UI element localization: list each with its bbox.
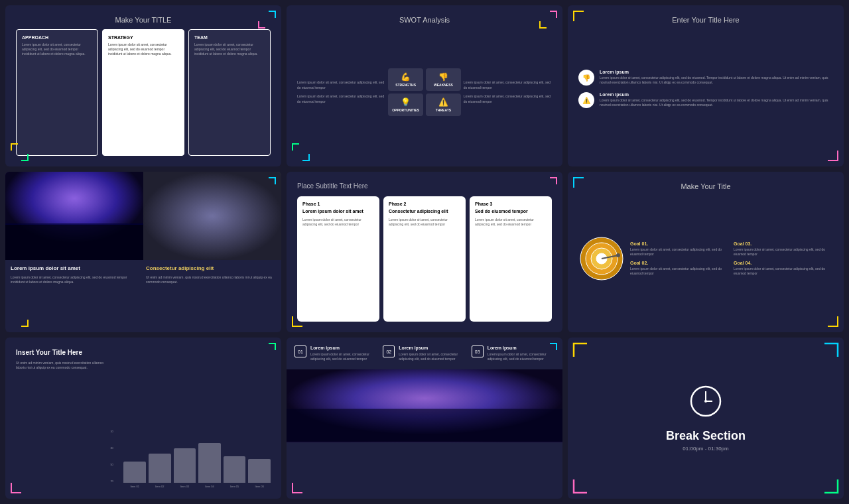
weakness-box: 👎 WEAKNESS xyxy=(426,68,461,91)
strengths-label: STRENGTHS xyxy=(395,83,416,87)
phase-3-title: Sed do eiusmod tempor xyxy=(475,208,547,214)
team-text: Lorem ipsum dolor sit amet, consectetur … xyxy=(194,42,265,56)
strengths-box: 💪 STRENGTHS xyxy=(388,68,423,91)
goal-01: Goal 01. Lorem ipsum dolor sit amet, con… xyxy=(630,241,730,257)
goal-01-text: Lorem ipsum dolor sit amet, consectetur … xyxy=(630,247,730,257)
phase-1-num: Phase 1 xyxy=(302,202,374,206)
approach-col: APPROACH Lorem ipsum dolor sit amet, con… xyxy=(16,29,98,156)
item-2-icon: ⚠️ xyxy=(578,92,594,108)
chart-body: Ut enim ad minim veniam, quis nostrud ex… xyxy=(16,361,105,370)
slide-4: Lorem ipsum dolor sit amet Lorem ipsum d… xyxy=(5,172,281,333)
neon-deco-bl-9 xyxy=(570,470,597,496)
item-02-title: Lorem ipsum xyxy=(399,346,466,350)
slide-5: Place Subtitle Text Here Phase 1 Lorem i… xyxy=(287,172,562,333)
phase-1-title: Lorem ipsum dolor sit amet xyxy=(302,208,374,214)
num-badge-01: 01 xyxy=(294,346,306,357)
goal-02-text: Lorem ipsum dolor sit amet, consectetur … xyxy=(630,267,730,276)
text-col-2: Consectetur adipiscing elit Ut enim ad m… xyxy=(146,265,276,284)
phase-2-num: Phase 2 xyxy=(389,202,460,206)
slide6-title: Make Your Title xyxy=(578,182,833,190)
phase-3-num: Phase 3 xyxy=(475,202,547,206)
threats-label: THREATS xyxy=(436,108,451,112)
item-2-title: Lorem ipsum xyxy=(600,92,833,97)
slide-6: Make Your Title Goal 01. Lorem ipsum dol… xyxy=(568,172,844,333)
team-header: TEAM xyxy=(194,35,265,40)
strengths-icon: 💪 xyxy=(401,72,411,82)
x-label-2: Item 02 xyxy=(149,485,171,488)
crowd-svg-2 xyxy=(143,172,281,260)
bar-6 xyxy=(248,459,271,483)
bar-chart: 70 50 30 10 Item 01 Item 02 Item 03 Item… xyxy=(110,348,271,488)
y-label-5: 50 xyxy=(110,463,113,466)
break-time: 01:00pm - 01:30pm xyxy=(683,446,728,452)
threats-icon: ⚠️ xyxy=(438,97,448,107)
numbered-items: 01 Lorem ipsum Lorem ipsum dolor sit ame… xyxy=(287,338,562,369)
x-label-3: Item 03 xyxy=(174,485,196,488)
slide-2: SWOT Analysis Lorem ipsum dolor sit amet… xyxy=(287,5,562,166)
y-label-7: 70 xyxy=(110,479,113,483)
item-02-text: Lorem ipsum dolor sit amet, consectetur … xyxy=(399,352,466,361)
slide3-title: Enter Your Title Here xyxy=(578,16,833,24)
image-row xyxy=(5,172,281,260)
goal-03: Goal 03. Lorem ipsum dolor sit amet, con… xyxy=(734,241,833,257)
crowd-visual-bottom xyxy=(287,369,562,442)
svg-rect-2 xyxy=(143,172,281,260)
goal-04-text: Lorem ipsum dolor sit amet, consectetur … xyxy=(734,267,833,276)
num-badge-03: 03 xyxy=(472,346,484,357)
goal-04-title: Goal 04. xyxy=(734,261,833,265)
neon-deco-br-9 xyxy=(815,470,841,496)
goal-03-title: Goal 03. xyxy=(734,241,833,246)
phases-container: Phase 1 Lorem ipsum dolor sit amet Lorem… xyxy=(297,196,552,322)
opportunities-icon: 💡 xyxy=(401,97,411,107)
text-title-1: Lorem ipsum dolor sit amet xyxy=(11,265,141,272)
item-1-icon: 👎 xyxy=(578,70,594,86)
svg-rect-0 xyxy=(5,172,143,260)
neon-deco-bl-4 xyxy=(8,306,31,330)
team-col: TEAM Lorem ipsum dolor sit amet, consect… xyxy=(188,29,271,156)
concert-image-1 xyxy=(5,172,143,260)
goal-01-title: Goal 01. xyxy=(630,241,730,246)
swot-boxes: 💪 STRENGTHS 👎 WEAKNESS 💡 OPPORTUNITIES ⚠… xyxy=(388,68,461,116)
item-1-text: Lorem ipsum dolor sit amet, consectetur … xyxy=(600,76,833,85)
phase-1-text: Lorem ipsum dolor sit amet, consectetur … xyxy=(302,218,374,227)
weakness-icon: 👎 xyxy=(438,72,448,82)
svg-point-14 xyxy=(704,400,707,403)
clock-icon xyxy=(689,385,722,424)
strategy-header: STRATEGY xyxy=(108,35,178,40)
clock-svg xyxy=(689,385,722,418)
break-title: Break Section xyxy=(666,429,746,443)
svg-rect-10 xyxy=(287,409,562,442)
concert-bottom-image xyxy=(287,369,562,442)
strategy-text: Lorem ipsum dolor sit amet, consectetur … xyxy=(108,42,178,56)
goal-02-title: Goal 02. xyxy=(630,261,730,265)
slide-9: Break Section 01:00pm - 01:30pm xyxy=(568,338,844,499)
x-label-4: Item 04 xyxy=(198,485,221,488)
crowd-image-2 xyxy=(143,172,281,260)
slide-8: 01 Lorem ipsum Lorem ipsum dolor sit ame… xyxy=(287,338,562,499)
y-label-1: 10 xyxy=(110,430,113,433)
text-title-2: Consectetur adipiscing elit xyxy=(146,265,276,272)
crowd-svg-1 xyxy=(5,172,143,260)
text-row: Lorem ipsum dolor sit amet Lorem ipsum d… xyxy=(5,260,281,289)
item-2: ⚠️ Lorem ipsum Lorem ipsum dolor sit ame… xyxy=(578,92,833,108)
item-01: 01 Lorem ipsum Lorem ipsum dolor sit ame… xyxy=(294,346,377,361)
item-2-text: Lorem ipsum dolor sit amet, consectetur … xyxy=(600,98,833,107)
phase-2-text: Lorem ipsum dolor sit amet, consectetur … xyxy=(389,218,460,227)
neon-deco-tr-9 xyxy=(815,340,841,367)
neon-deco-bl-8 xyxy=(289,473,312,496)
item-1-title: Lorem ipsum xyxy=(600,70,833,74)
y-label-3: 30 xyxy=(110,446,113,450)
phase-3-text: Lorem ipsum dolor sit amet, consectetur … xyxy=(475,218,547,227)
slide-7: Insert Your Title Here Ut enim ad minim … xyxy=(5,338,281,499)
text-body-1: Lorem ipsum dolor sit amet, consectetur … xyxy=(11,275,141,284)
phase-2-box: Phase 2 Consectetur adipiscing elit Lore… xyxy=(383,196,466,322)
approach-text: Lorem ipsum dolor sit amet, consectetur … xyxy=(22,42,92,56)
y-axis: 70 50 30 10 xyxy=(110,430,113,483)
goals-layout: Goal 01. Lorem ipsum dolor sit amet, con… xyxy=(578,196,833,322)
strategy-col: STRATEGY Lorem ipsum dolor sit amet, con… xyxy=(102,29,184,156)
item-1: 👎 Lorem ipsum Lorem ipsum dolor sit amet… xyxy=(578,70,833,86)
item-01-title: Lorem ipsum xyxy=(310,346,377,350)
neon-deco-tl-9 xyxy=(570,340,597,367)
svg-rect-1 xyxy=(5,223,143,261)
threats-box: ⚠️ THREATS xyxy=(426,94,461,116)
